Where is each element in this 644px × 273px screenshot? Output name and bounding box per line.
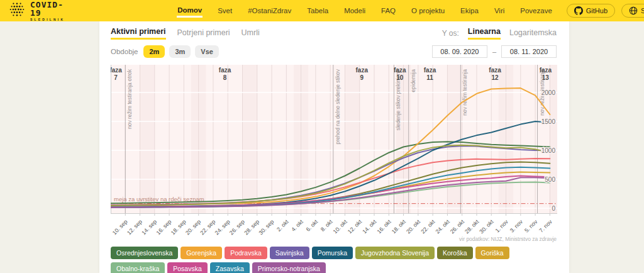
- svg-text:16. sep: 16. sep: [155, 218, 173, 236]
- svg-text:13: 13: [542, 74, 550, 81]
- logo-subtitle: SLEDILNIK: [30, 18, 65, 21]
- date-to-input[interactable]: [501, 45, 557, 58]
- nav-links: Domov Svet #OstaniZdrav Tabela Modeli FA…: [177, 4, 553, 18]
- legend-region-button-posavska[interactable]: Posavska: [167, 262, 208, 273]
- svg-text:500: 500: [545, 176, 555, 183]
- svg-text:10. sep: 10. sep: [111, 218, 129, 236]
- svg-text:16. okt: 16. okt: [376, 218, 393, 235]
- svg-text:5. nov: 5. nov: [523, 218, 539, 234]
- svg-text:faza: faza: [394, 67, 406, 74]
- svg-text:28. okt: 28. okt: [464, 218, 480, 235]
- svg-text:3. nov: 3. nov: [509, 218, 525, 234]
- region-legend: OsrednjeslovenskaGorenjskaPodravskaSavin…: [111, 247, 557, 273]
- legend-region-button-obalno-kra-ka[interactable]: Obalno-kraška: [111, 262, 165, 273]
- top-navbar: COVID-19 SLEDILNIK Domov Svet #OstaniZdr…: [0, 0, 644, 21]
- svg-text:4. okt: 4. okt: [290, 218, 304, 233]
- svg-text:8: 8: [223, 74, 227, 81]
- svg-text:faza: faza: [219, 67, 231, 74]
- svg-text:2000: 2000: [541, 89, 556, 96]
- nav-item-domov[interactable]: Domov: [177, 4, 203, 18]
- svg-text:1. nov: 1. nov: [494, 218, 510, 234]
- legend-region-button-pomurska[interactable]: Pomurska: [312, 247, 353, 259]
- svg-text:nov režim testiranja otrok: nov režim testiranja otrok: [126, 69, 133, 129]
- tab-aktivni-primeri[interactable]: Aktivni primeri: [111, 27, 166, 40]
- content-card: Aktivni primeri Potrjeni primeri Umrli Y…: [99, 21, 569, 273]
- nav-item-ekipa[interactable]: Ekipa: [460, 5, 479, 16]
- language-button-label: Slovenščina: [641, 7, 644, 14]
- svg-text:14. sep: 14. sep: [140, 218, 158, 236]
- legend-region-button-primorsko-notranjska[interactable]: Primorsko-notranjska: [252, 262, 326, 273]
- period-label: Obdobje: [111, 48, 138, 55]
- nav-item-viri[interactable]: Viri: [494, 5, 505, 16]
- date-from-input[interactable]: [432, 45, 487, 58]
- svg-text:10. okt: 10. okt: [332, 218, 349, 235]
- svg-text:30. okt: 30. okt: [478, 218, 495, 235]
- svg-text:22. sep: 22. sep: [199, 218, 216, 236]
- nav-item-ostanizdrav[interactable]: #OstaniZdrav: [247, 5, 292, 16]
- svg-text:0: 0: [552, 205, 555, 212]
- legend-region-button-savinjska[interactable]: Savinjska: [270, 247, 309, 259]
- nav-item-modeli[interactable]: Modeli: [343, 5, 366, 16]
- svg-text:26. sep: 26. sep: [228, 218, 246, 236]
- period-vse-button[interactable]: Vse: [195, 45, 219, 58]
- regions-line-chart: nov režim testiranja otrokprehod na deln…: [111, 65, 557, 238]
- svg-text:22. okt: 22. okt: [419, 218, 436, 235]
- tab-potrjeni-primeri[interactable]: Potrjeni primeri: [177, 28, 230, 39]
- nav-item-o-projektu[interactable]: O projektu: [411, 5, 445, 16]
- legend-region-button-podravska[interactable]: Podravska: [225, 247, 267, 259]
- period-3m-button[interactable]: 3m: [169, 45, 191, 58]
- legend-region-button-jugovzhodna-slovenija[interactable]: Jugovzhodna Slovenija: [355, 247, 435, 259]
- svg-text:1000: 1000: [541, 147, 556, 154]
- svg-text:6. okt: 6. okt: [305, 218, 319, 233]
- language-button[interactable]: Slovenščina: [621, 4, 644, 18]
- svg-text:24. sep: 24. sep: [214, 218, 231, 236]
- svg-text:12. okt: 12. okt: [347, 218, 364, 235]
- svg-text:nov režim testiranja: nov režim testiranja: [462, 69, 468, 116]
- metric-tabs-row: Aktivni primeri Potrjeni primeri Umrli Y…: [111, 27, 557, 40]
- legend-region-button-koro-ka[interactable]: Koroška: [437, 247, 473, 259]
- chart-svg: nov režim testiranja otrokprehod na deln…: [111, 65, 557, 238]
- nav-item-svet[interactable]: Svet: [217, 5, 233, 16]
- svg-text:24. okt: 24. okt: [435, 218, 452, 235]
- svg-text:faza: faza: [489, 67, 501, 74]
- nav-item-tabela[interactable]: Tabela: [306, 5, 329, 16]
- svg-text:12: 12: [492, 74, 499, 81]
- nav-item-povezave[interactable]: Povezave: [519, 5, 553, 16]
- svg-text:prehod na delno sledenje stiko: prehod na delno sledenje stikov: [335, 69, 341, 144]
- period-2m-button[interactable]: 2m: [143, 45, 165, 58]
- svg-text:faza: faza: [111, 67, 122, 74]
- legend-region-button-gorenjska[interactable]: Gorenjska: [180, 247, 222, 259]
- svg-text:18. okt: 18. okt: [391, 218, 408, 235]
- svg-text:18. sep: 18. sep: [170, 218, 187, 236]
- legend-region-button-zasavska[interactable]: Zasavska: [210, 262, 250, 273]
- svg-text:1500: 1500: [541, 118, 556, 125]
- y-scale-linearna[interactable]: Linearna: [468, 27, 501, 40]
- logo-title: COVID-19: [30, 1, 65, 17]
- legend-region-button-gori-ka[interactable]: Goriška: [475, 247, 509, 259]
- svg-text:20. sep: 20. sep: [184, 218, 202, 236]
- svg-text:faza: faza: [356, 67, 369, 74]
- page-background: Aktivni primeri Potrjeni primeri Umrli Y…: [0, 21, 644, 273]
- logo-dots-icon: [9, 1, 25, 20]
- nav-item-faq[interactable]: FAQ: [380, 5, 396, 16]
- site-logo[interactable]: COVID-19 SLEDILNIK: [9, 1, 65, 21]
- svg-text:11: 11: [426, 74, 433, 81]
- svg-text:12. sep: 12. sep: [126, 218, 143, 236]
- svg-text:2. okt: 2. okt: [275, 218, 290, 233]
- svg-text:28. sep: 28. sep: [243, 218, 260, 236]
- svg-text:9: 9: [360, 74, 364, 81]
- svg-text:30. sep: 30. sep: [258, 218, 275, 236]
- legend-region-button-osrednjeslovenska[interactable]: Osrednjeslovenska: [111, 247, 178, 259]
- globe-icon: [629, 6, 638, 15]
- controls-row: Obdobje 2m 3m Vse –: [111, 45, 557, 58]
- svg-text:faza: faza: [540, 67, 552, 74]
- date-range-separator: –: [492, 48, 496, 55]
- svg-text:epidemija: epidemija: [410, 69, 416, 92]
- y-scale-logaritemska[interactable]: Logaritemska: [509, 28, 557, 39]
- svg-text:7. nov: 7. nov: [538, 218, 553, 234]
- svg-text:meja za uvrstitev na rdeči sez: meja za uvrstitev na rdeči seznam: [114, 196, 204, 203]
- github-button[interactable]: GitHub: [567, 4, 615, 18]
- tab-umrli[interactable]: Umrli: [242, 28, 260, 39]
- github-icon: [574, 6, 583, 15]
- svg-text:10: 10: [396, 74, 404, 81]
